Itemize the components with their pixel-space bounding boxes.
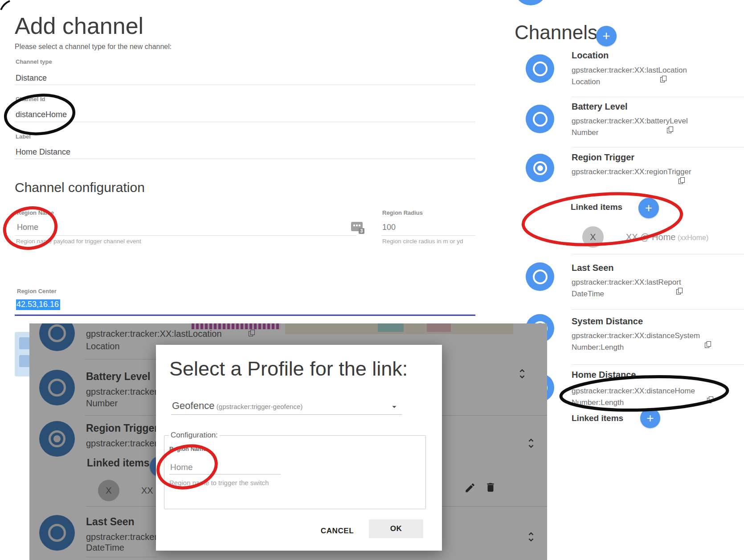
channel-title[interactable]: Location (572, 50, 609, 61)
region-radius-field[interactable]: 100 (382, 223, 396, 232)
cancel-button[interactable]: CANCEL (313, 522, 362, 540)
copy-icon[interactable] (667, 127, 673, 133)
channel-title[interactable]: Battery Level (572, 102, 628, 112)
cropped-widget-fragment (15, 332, 30, 376)
modal-region-name-field[interactable]: Home (170, 462, 193, 472)
divider (572, 309, 744, 310)
channel-icon-region-trigger (526, 154, 554, 182)
channel-uid: gpstracker:tracker:XX:batteryLevel (572, 117, 688, 126)
ok-button[interactable]: OK (369, 519, 423, 538)
channel-type-label: Channel type (16, 58, 52, 65)
channel-icon-last-seen (526, 262, 554, 291)
divider (572, 254, 744, 254)
channel-configuration-heading: Channel configuration (15, 180, 145, 195)
channel-type: Number:Length (572, 343, 624, 352)
channel-title[interactable]: Home Distance (572, 370, 636, 380)
modal-region-name-underline (169, 474, 281, 474)
channel-uid: gpstracker:tracker:XX:distanceSystem (572, 331, 700, 340)
region-name-label: Region Name (17, 209, 54, 216)
fragment-key-icon (19, 355, 30, 367)
linked-item[interactable]: XX @ Home (xxHome) (626, 232, 708, 242)
radio-dot-icon (533, 161, 547, 175)
channel-uid: gpstracker:tracker:XX:lastReport (572, 278, 681, 287)
copy-icon[interactable] (707, 396, 713, 403)
ring-icon (533, 112, 548, 127)
profile-uid: (gpstracker:trigger-geofence) (217, 403, 303, 410)
profile-name: Geofence (172, 400, 214, 411)
ring-icon (533, 61, 548, 76)
modal-region-name-label: Region Name (169, 446, 206, 452)
add-linked-item-button[interactable]: + (640, 408, 660, 428)
divider (572, 147, 744, 147)
ring-icon (533, 270, 548, 284)
region-radius-label: Region Radius (382, 209, 423, 216)
profile-select[interactable]: Geofence (gpstracker:trigger-geofence) (172, 400, 303, 412)
fragment-key-icon (19, 337, 30, 349)
linked-item-suffix: (xxHome) (678, 234, 708, 241)
add-linked-item-button[interactable]: + (638, 198, 659, 218)
region-name-hint: Region name payload for trigger channel … (16, 238, 141, 245)
copy-icon[interactable] (660, 76, 666, 82)
label-label: Label (16, 133, 31, 140)
region-name-field[interactable]: Home (17, 223, 38, 232)
region-center-field[interactable]: 42.53,16.16 (16, 299, 60, 310)
add-channel-button[interactable]: + (596, 26, 617, 46)
screen: Add channel Please select a channel type… (0, 0, 744, 560)
channel-type-field[interactable]: Distance (16, 74, 47, 83)
divider (572, 364, 744, 365)
configuration-legend: Configuration: (169, 431, 220, 440)
dialog-title: Select a Profile for the link: (169, 357, 408, 380)
channel-title[interactable]: Region Trigger (572, 152, 634, 163)
channel-type: Number (572, 128, 598, 137)
chevron-down-icon[interactable] (389, 402, 399, 412)
add-channel-form: Add channel Please select a channel type… (0, 0, 744, 9)
channel-type: Number:Length (572, 398, 624, 407)
channel-type: Location (572, 78, 600, 86)
linked-items-label: Linked items (572, 413, 623, 423)
channel-title[interactable]: Last Seen (572, 263, 613, 273)
label-underline (15, 159, 475, 159)
region-name-underline (15, 235, 356, 236)
channel-icon-location (526, 54, 554, 83)
channels-heading: Channels (515, 21, 597, 44)
modal-region-name-hint: Region name to trigger the switch (169, 479, 269, 486)
profile-dialog: Select a Profile for the link: Geofence … (156, 345, 442, 551)
channel-uid: gpstracker:tracker:XX:distanceHome (572, 387, 695, 396)
copy-icon[interactable] (705, 341, 711, 348)
channel-type: DateTime (572, 290, 604, 298)
channel-id-label: Channel Id (16, 96, 45, 102)
profile-select-underline (171, 414, 402, 415)
page-title: Add channel (15, 12, 143, 39)
sms-badge: 3 (359, 228, 364, 234)
autofill-sms-icon[interactable]: 3 (351, 222, 363, 231)
configuration-fieldset: Configuration: (164, 431, 426, 509)
region-center-label: Region Center (17, 288, 57, 294)
channel-uid: gpstracker:tracker:XX:regionTrigger (572, 168, 691, 176)
channel-id-field[interactable]: distanceHome (16, 110, 67, 119)
linked-items-label: Linked items (571, 202, 622, 212)
channel-title[interactable]: System Distance (572, 316, 643, 327)
region-radius-hint: Region circle radius in m or yd (382, 238, 463, 245)
divider (572, 97, 744, 97)
channel-id-underline (15, 122, 475, 122)
label-field[interactable]: Home Distance (16, 147, 70, 157)
linked-item-name: XX @ Home (626, 232, 675, 242)
channel-type-underline (15, 85, 475, 85)
channel-icon-battery (526, 105, 554, 133)
copy-icon[interactable] (679, 177, 684, 184)
linked-item-avatar: X (582, 226, 604, 248)
page-subtitle: Please select a channel type for the new… (15, 43, 172, 51)
channel-uid: gpstracker:tracker:XX:lastLocation (572, 66, 687, 75)
region-radius-underline (381, 235, 475, 236)
region-center-focus-underline (15, 315, 475, 316)
sms-dots-icon (353, 225, 361, 226)
copy-icon[interactable] (676, 288, 682, 294)
